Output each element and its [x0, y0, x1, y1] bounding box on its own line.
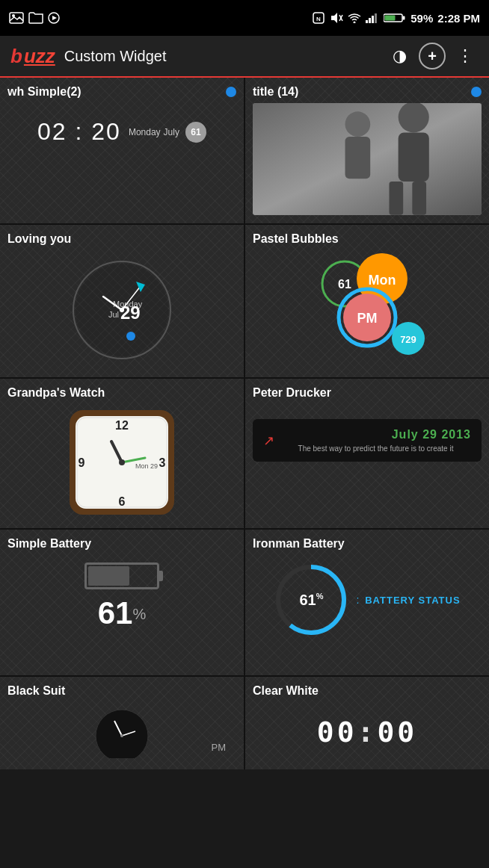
- svg-point-9: [354, 22, 356, 24]
- more-button[interactable]: ⋮: [452, 43, 479, 69]
- peter-date: July 29 2013: [280, 428, 471, 441]
- widget-ironman-battery[interactable]: Ironman Battery 61% : BATTERY STATUS: [245, 530, 489, 675]
- battery-percent-display: 61%: [98, 595, 147, 631]
- widget-title-ironman: Ironman Battery: [253, 537, 482, 551]
- clearwhite-time: 00:00: [317, 716, 417, 748]
- widget-title-simple-battery: Simple Battery: [7, 537, 236, 551]
- widget-grandpas-watch[interactable]: Grandpa's Watch 12 9 3 6 Mon 29: [0, 379, 244, 528]
- grandpa-content: 12 9 3 6 Mon 29: [7, 404, 236, 521]
- peter-quote: The best way to predict the future is to…: [280, 444, 471, 453]
- widget-black-suit[interactable]: Black Suit PM: [0, 677, 244, 769]
- svg-point-19: [399, 103, 429, 132]
- blue-dot-2: [471, 87, 482, 97]
- ironman-status-label: BATTERY STATUS: [365, 595, 460, 606]
- signal-icon: [366, 13, 379, 23]
- widget-title-title: title (14): [253, 85, 482, 99]
- svg-rect-21: [389, 182, 403, 215]
- peter-content: ↗ July 29 2013 The best way to predict t…: [253, 404, 482, 477]
- svg-text:61: 61: [338, 278, 351, 291]
- blue-dot: [226, 87, 236, 97]
- day-label: Monday: [129, 127, 161, 137]
- svg-point-33: [126, 332, 135, 341]
- svg-point-61: [120, 734, 123, 737]
- svg-text:29: 29: [120, 303, 141, 323]
- battery-fill: [88, 566, 129, 586]
- svg-point-34: [120, 308, 124, 312]
- widget-wh-simple[interactable]: wh Simple(2) 02 : 20 Monday July 61: [0, 78, 244, 223]
- svg-text:6: 6: [119, 495, 126, 508]
- folder-icon: [28, 12, 43, 24]
- widget-title-black-suit: Black Suit: [7, 684, 236, 698]
- ironman-colon: :: [356, 594, 362, 606]
- logo-b: b: [10, 45, 22, 67]
- svg-marker-3: [52, 16, 57, 20]
- svg-rect-11: [369, 18, 371, 23]
- grandpa-clock-svg: 12 9 3 6 Mon 29: [67, 407, 177, 518]
- svg-text:Mon 29: Mon 29: [135, 462, 158, 470]
- svg-rect-13: [375, 13, 377, 23]
- peter-inner: ↗ July 29 2013 The best way to predict t…: [263, 428, 471, 453]
- svg-text:N: N: [316, 16, 321, 22]
- month-label: July: [164, 127, 179, 137]
- ironman-content: 61% : BATTERY STATUS: [253, 555, 482, 645]
- widget-grid: wh Simple(2) 02 : 20 Monday July 61 titl…: [0, 78, 489, 769]
- widget-pastel-bubbles[interactable]: Pastel Bubbles 61 Mon PM 729: [245, 225, 489, 377]
- svg-text:Jul: Jul: [108, 310, 119, 319]
- black-suit-content: PM: [7, 702, 236, 762]
- date-badge: 61: [185, 122, 206, 143]
- black-suit-svg: [92, 706, 152, 758]
- svg-rect-16: [385, 16, 396, 21]
- widget-title-pastel: Pastel Bubbles: [253, 232, 482, 246]
- cw-colon: :: [357, 716, 378, 748]
- app-header: buzz Custom Widget ◑ + ⋮: [0, 36, 489, 78]
- svg-text:3: 3: [159, 456, 166, 469]
- cw-minutes: 00: [377, 716, 417, 748]
- clock-time: 2:28 PM: [437, 12, 480, 25]
- analog-clock-loving-you: Monday Jul 29: [70, 258, 174, 362]
- digital-time: 02 : 20: [37, 118, 121, 146]
- widget-title-grandpa: Grandpa's Watch: [7, 386, 236, 400]
- pastel-bubbles-svg: 61 Mon PM 729: [292, 250, 442, 366]
- wh-simple-content: 02 : 20 Monday July 61: [7, 103, 236, 161]
- widget-title-loving-you: Loving you: [7, 232, 236, 246]
- widget-simple-battery[interactable]: Simple Battery 61%: [0, 530, 244, 675]
- wifi-icon: [348, 13, 361, 23]
- loving-you-content: Monday Jul 29: [7, 250, 236, 370]
- add-button[interactable]: +: [419, 43, 446, 69]
- peter-arrow-icon: ↗: [263, 433, 274, 449]
- svg-point-55: [119, 459, 125, 465]
- widget-peter-drucker[interactable]: Peter Drucker ↗ July 29 2013 The best wa…: [245, 379, 489, 528]
- app-title: Custom Widget: [64, 48, 167, 65]
- status-bar: N 59% 2:28 PM: [0, 0, 489, 36]
- cw-hours: 00: [317, 716, 357, 748]
- svg-rect-12: [372, 16, 374, 23]
- svg-text:Mon: Mon: [369, 273, 396, 288]
- battery-percent: 59%: [410, 12, 433, 25]
- svg-rect-22: [412, 182, 426, 215]
- battery-icon-status: [384, 13, 406, 23]
- svg-rect-15: [403, 16, 405, 20]
- svg-text:729: 729: [400, 334, 416, 345]
- title-image: [253, 103, 482, 215]
- widget-title-wh-simple: wh Simple(2): [7, 85, 236, 99]
- battery-icon-visual: [84, 562, 159, 589]
- widget-title-widget[interactable]: title (14): [245, 78, 489, 223]
- person-image: [253, 103, 482, 215]
- half-circle-button[interactable]: ◑: [386, 43, 413, 69]
- svg-rect-24: [345, 137, 371, 179]
- widget-title-peter: Peter Drucker: [253, 386, 482, 400]
- play-icon: [48, 12, 60, 24]
- app-logo: buzz: [10, 45, 55, 68]
- ironman-status-area: : BATTERY STATUS: [356, 593, 460, 607]
- widget-clear-white[interactable]: Clear White 00:00: [245, 677, 489, 769]
- svg-rect-0: [10, 13, 23, 23]
- image-icon: [9, 12, 24, 24]
- svg-rect-10: [366, 20, 368, 23]
- svg-point-23: [345, 111, 371, 137]
- clearwhite-content: 00:00: [253, 702, 482, 762]
- ironman-ring: 61%: [274, 562, 348, 637]
- nfc-icon: N: [312, 11, 325, 25]
- svg-rect-20: [399, 132, 429, 182]
- widget-loving-you[interactable]: Loving you Monday Jul 29: [0, 225, 244, 377]
- logo-uzz: uzz: [24, 45, 55, 67]
